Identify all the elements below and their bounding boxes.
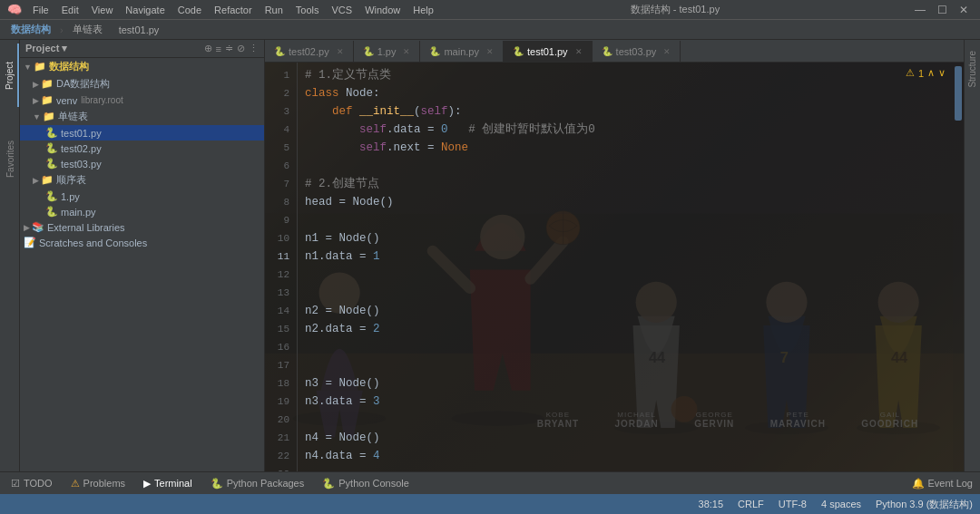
code-line: def __init__(self): [305, 102, 946, 121]
chevron-down-icon[interactable]: ∨ [938, 67, 946, 79]
code-line: n2.data = 2 [305, 320, 946, 338]
editor-tab-test03[interactable]: 🐍 test03.py ✕ [593, 41, 681, 62]
menu-bar[interactable]: FileEditViewNavigateCodeRefactorRunTools… [27, 3, 439, 17]
warning-indicator[interactable]: ⚠ 1 ∧ ∨ [906, 67, 946, 79]
project-tabs[interactable]: 数据结构 › 单链表 test01.py [0, 20, 980, 40]
var-token: head [305, 196, 332, 209]
op-token: = [359, 250, 367, 263]
window-control[interactable]: — [911, 4, 929, 16]
menu-item-navigate[interactable]: Navigate [120, 3, 170, 17]
tree-item-1py[interactable]: 🐍 1.py [20, 189, 264, 204]
title-bar: 🧠 FileEditViewNavigateCodeRefactorRunToo… [0, 0, 980, 20]
window-control[interactable]: ✕ [955, 4, 973, 16]
tree-item-da[interactable]: ▶ 📁 DA数据结构 [20, 75, 264, 92]
menu-item-edit[interactable]: Edit [56, 3, 84, 17]
self-token: self [359, 141, 387, 154]
status-bar: 38:15 CRLF UTF-8 4 spaces Python 3.9 (数据… [0, 494, 980, 514]
menu-item-refactor[interactable]: Refactor [209, 3, 258, 17]
editor-tab-mainpy[interactable]: 🐍 main.py ✕ [420, 41, 504, 62]
tab-close-icon[interactable]: ✕ [663, 47, 671, 56]
tree-item-test03[interactable]: 🐍 test03.py [20, 156, 264, 171]
chevron-up-icon[interactable]: ∧ [927, 67, 935, 79]
code-content[interactable]: # 1.定义节点类 class Node: def __init__(self)… [298, 63, 953, 471]
tab-label: test01.py [527, 46, 568, 57]
encoding[interactable]: UTF-8 [779, 499, 807, 509]
attr-token: .data [387, 123, 421, 136]
tab-datastruct[interactable]: 数据结构 [4, 20, 58, 39]
editor-tab-1py[interactable]: 🐍 1.py ✕ [354, 41, 421, 62]
op-token: = [339, 196, 347, 209]
none-token: None [441, 141, 468, 154]
breadcrumb-file[interactable]: test01.py [112, 22, 167, 38]
menu-item-run[interactable]: Run [260, 3, 289, 17]
code-line [305, 211, 946, 229]
editor-tab-test02[interactable]: 🐍 test02.py ✕ [265, 41, 354, 62]
tab-close-icon[interactable]: ✕ [337, 47, 344, 56]
menu-item-window[interactable]: Window [359, 3, 406, 17]
menu-item-help[interactable]: Help [407, 3, 439, 17]
scrollbar-thumb[interactable] [955, 66, 962, 121]
tree-item-scratches[interactable]: 📝 Scratches and Consoles [20, 235, 264, 250]
var-token: n3 [305, 395, 318, 408]
sidebar-item-favorites[interactable]: Favorites [1, 127, 19, 190]
arrow-icon: ▼ [24, 63, 32, 72]
tree-item-linkedlist[interactable]: ▼ 📁 单链表 [20, 108, 264, 125]
code-editor[interactable]: 1 2 3 4 5 6 7 8 9 10 11 12 13 14 15 16 1… [265, 63, 964, 471]
app-icon: 🧠 [7, 3, 22, 16]
menu-item-code[interactable]: Code [172, 3, 207, 17]
tree-item-root[interactable]: ▼ 📁 数据结构 [20, 58, 264, 75]
tab-close-icon[interactable]: ✕ [403, 47, 410, 56]
project-dropdown[interactable]: Project ▾ [25, 43, 67, 54]
tree-label: DA数据结构 [56, 77, 110, 91]
code-line [305, 356, 946, 374]
structure-tab[interactable]: Structure [965, 44, 979, 95]
tab-close-icon[interactable]: ✕ [575, 47, 583, 56]
event-log-btn[interactable]: 🔔 Event Log [912, 478, 973, 490]
tree-item-test01[interactable]: 🐍 test01.py [20, 125, 264, 141]
op-token: = [326, 305, 333, 317]
tab-linkedlist[interactable]: 单链表 [65, 20, 110, 39]
python-packages-tab[interactable]: 🐍 Python Packages [207, 476, 309, 491]
arrow-icon: ▶ [33, 176, 39, 185]
folder-icon: 📁 [43, 111, 55, 122]
scrollbar-gutter [953, 63, 964, 471]
tree-settings-icon[interactable]: ⊕ [204, 43, 212, 54]
tree-item-seqlist[interactable]: ▶ 📁 顺序表 [20, 171, 264, 189]
tree-more-icon[interactable]: ⋮ [249, 43, 259, 54]
editor-tab-test01[interactable]: 🐍 test01.py ✕ [504, 41, 593, 62]
tree-item-mainpy[interactable]: 🐍 main.py [20, 204, 264, 219]
cursor-position[interactable]: 38:15 [699, 499, 724, 509]
editor-area: 44 7 44 KOBE BRYANT MICHAE [265, 40, 964, 471]
problems-tab[interactable]: ⚠ Problems [67, 476, 129, 491]
sidebar-item-project[interactable]: Project [1, 44, 19, 107]
todo-tab[interactable]: ☑ TODO [7, 476, 56, 491]
tree-layout-icon[interactable]: ≡ [216, 44, 221, 54]
tree-item-test02[interactable]: 🐍 test02.py [20, 141, 264, 156]
attr-token: .data [318, 395, 353, 408]
terminal-tab[interactable]: ▶ Terminal [140, 476, 196, 491]
tree-item-extlibs[interactable]: ▶ 📚 External Libraries [20, 219, 264, 235]
menu-item-vcs[interactable]: VCS [327, 3, 358, 17]
menu-item-view[interactable]: View [86, 3, 119, 17]
code-line: n1 = Node() [305, 229, 946, 247]
python-interpreter[interactable]: Python 3.9 (数据结构) [876, 498, 973, 511]
window-control[interactable]: ☐ [933, 4, 951, 16]
indent-setting[interactable]: 4 spaces [821, 499, 861, 509]
class-token: Node [339, 377, 367, 390]
tab-close-icon[interactable]: ✕ [486, 47, 494, 56]
line-ending[interactable]: CRLF [738, 499, 764, 509]
menu-item-tools[interactable]: Tools [290, 3, 325, 17]
window-controls[interactable]: —☐✕ [911, 4, 973, 16]
tree-label: 数据结构 [49, 60, 89, 73]
tree-label: Scratches and Consoles [39, 238, 147, 248]
py-icon: 🐍 [45, 190, 58, 202]
tree-expand-icon[interactable]: ≑ [225, 43, 233, 54]
bottom-bar: ☑ TODO ⚠ Problems ▶ Terminal 🐍 Python Pa… [0, 471, 980, 494]
menu-item-file[interactable]: File [27, 3, 54, 17]
python-console-tab[interactable]: 🐍 Python Console [318, 476, 413, 491]
tree-collapse-icon[interactable]: ⊘ [237, 43, 245, 54]
op-token: = [427, 123, 435, 136]
code-line: self.next = None [305, 139, 946, 157]
tab-label: test03.py [616, 46, 657, 57]
tree-item-venv[interactable]: ▶ 📁 venv library.root [20, 92, 264, 108]
